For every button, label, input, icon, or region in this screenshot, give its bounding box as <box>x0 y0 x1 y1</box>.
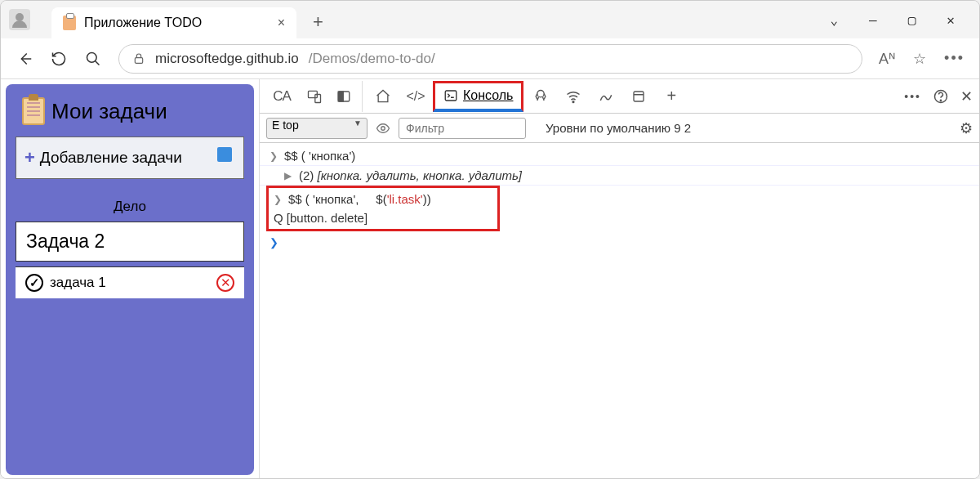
filter-input[interactable] <box>399 118 526 139</box>
task-item-active[interactable]: Задача 2 <box>16 222 244 262</box>
task-done-label: задача 1 <box>50 275 106 291</box>
add-task-label: Добавление задачи <box>40 149 182 167</box>
plus-icon: + <box>24 147 35 168</box>
refresh-button[interactable] <box>50 50 68 68</box>
svg-point-12 <box>381 126 385 130</box>
console-result-line: Q [button. delete] <box>269 208 497 227</box>
devtools-more-icon[interactable]: ••• <box>904 90 921 103</box>
section-heading: Дело <box>16 199 244 215</box>
url-field[interactable]: microsoftedge.github.io/Demos/demo-to-do… <box>118 44 862 74</box>
svg-rect-3 <box>315 94 321 102</box>
clipboard-icon <box>63 16 76 30</box>
console-output[interactable]: ❯ $$ ( 'кнопка') ▶ (2) [кнопка. удалить,… <box>260 143 979 479</box>
svg-point-11 <box>940 100 941 101</box>
application-tab-icon[interactable] <box>623 81 654 112</box>
svg-rect-6 <box>445 91 457 101</box>
svg-point-0 <box>87 52 97 62</box>
more-menu-icon[interactable]: ••• <box>944 50 964 67</box>
console-input-line: ❯ $$ ( 'кнопка', $('li.task')) <box>269 190 497 208</box>
console-icon <box>443 88 458 103</box>
help-icon[interactable] <box>933 88 949 105</box>
reader-mode-icon[interactable]: Aᴺ <box>879 50 895 68</box>
chevron-right-icon: ❯ <box>274 194 283 205</box>
url-path: /Demos/demo-to-do/ <box>309 51 435 67</box>
browser-tabstrip: Приложение TODO × + ⌄ — ▢ ✕ <box>1 1 979 38</box>
minimize-icon[interactable]: — <box>869 12 877 28</box>
console-filter-bar: E top Уровни по умолчанию 9 2 ⚙ <box>260 114 979 143</box>
todo-app: Мои задачи + Добавление задачи Дело Зада… <box>6 84 254 475</box>
more-tabs-button[interactable]: + <box>656 81 687 112</box>
context-select[interactable]: E top <box>266 118 368 139</box>
console-settings-icon[interactable]: ⚙ <box>960 119 973 137</box>
url-host: microsoftedge.github.io <box>155 51 299 67</box>
lock-icon <box>132 52 145 65</box>
chevron-right-icon[interactable]: ▶ <box>284 170 294 181</box>
close-devtools-icon[interactable]: ✕ <box>960 87 973 105</box>
chevron-right-icon: ❯ <box>270 150 279 162</box>
search-button-icon[interactable] <box>84 50 102 68</box>
tab-title: Приложение TODO <box>84 16 202 30</box>
live-expression-icon[interactable] <box>376 121 390 136</box>
favorite-icon[interactable]: ☆ <box>913 50 926 68</box>
log-levels[interactable]: Уровни по умолчанию 9 2 <box>546 121 691 135</box>
close-window-icon[interactable]: ✕ <box>947 12 955 28</box>
address-bar: microsoftedge.github.io/Demos/demo-to-do… <box>1 38 979 79</box>
maximize-icon[interactable]: ▢ <box>908 12 916 28</box>
console-prompt[interactable]: ❯ <box>260 231 979 253</box>
devtools-panel: CA </> Консоль <box>259 79 979 479</box>
chevron-down-icon[interactable]: ⌄ <box>830 12 838 28</box>
svg-point-8 <box>573 101 575 102</box>
app-title: Мои задачи <box>51 99 167 124</box>
sources-tab-icon[interactable] <box>525 81 556 112</box>
welcome-tab-icon[interactable] <box>368 81 399 112</box>
back-button[interactable] <box>16 50 33 68</box>
task-item-done[interactable]: задача 1 ✕ <box>16 266 244 298</box>
delete-task-icon[interactable]: ✕ <box>216 274 234 292</box>
text-cursor-icon <box>217 147 232 162</box>
profile-avatar[interactable] <box>9 9 30 30</box>
window-controls: ⌄ — ▢ ✕ <box>830 12 971 28</box>
svg-rect-1 <box>135 57 142 63</box>
console-result-line: ▶ (2) [кнопка. удалить, кнопка. удалить] <box>260 166 979 186</box>
highlighted-console-region: ❯ $$ ( 'кнопка', $('li.task')) Q [button… <box>266 186 500 231</box>
console-code: $$ ( 'кнопка') <box>284 149 355 163</box>
device-emulation-icon[interactable] <box>299 81 330 112</box>
close-tab-icon[interactable]: × <box>278 16 285 30</box>
main-content: Мои задачи + Добавление задачи Дело Зада… <box>1 79 979 479</box>
network-tab-icon[interactable] <box>558 81 589 112</box>
new-tab-button[interactable]: + <box>313 11 323 33</box>
svg-rect-5 <box>338 92 343 101</box>
clipboard-icon <box>22 97 45 125</box>
check-circle-icon[interactable] <box>25 274 43 292</box>
inspect-toggle[interactable]: CA <box>266 81 297 112</box>
add-task-input[interactable]: + Добавление задачи <box>16 137 244 179</box>
svg-rect-9 <box>634 92 644 101</box>
dock-side-icon[interactable] <box>332 81 363 112</box>
console-input-line: ❯ $$ ( 'кнопка') <box>260 146 979 166</box>
browser-tab[interactable]: Приложение TODO × <box>51 7 296 38</box>
devtools-tabs: CA </> Консоль <box>260 79 979 114</box>
console-tab-label: Консоль <box>463 88 513 103</box>
performance-tab-icon[interactable] <box>590 81 621 112</box>
elements-tab-icon[interactable]: </> <box>400 81 431 112</box>
console-tab[interactable]: Консоль <box>433 81 523 112</box>
svg-point-7 <box>537 90 544 96</box>
